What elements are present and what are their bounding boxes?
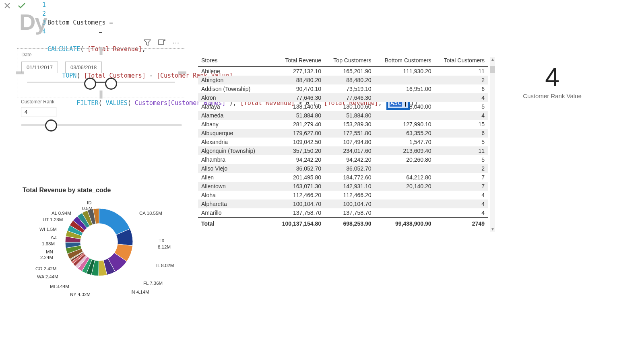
table-header[interactable]: Total Revenue bbox=[273, 55, 324, 66]
table-row[interactable]: Aliso Viejo36,052.7036,052.702 bbox=[198, 164, 488, 173]
donut-label: 0.5M bbox=[82, 206, 93, 211]
customer-rank-slicer[interactable]: Customer Rank 4 bbox=[21, 99, 182, 126]
table-row[interactable]: Amarillo137,758.70137,758.704 bbox=[198, 208, 488, 218]
chart-title: Total Revenue by state_code bbox=[23, 187, 192, 194]
table-row[interactable]: Allen201,495.80184,772.6064,212.807 bbox=[198, 173, 488, 182]
donut-label: FL 7.36M bbox=[143, 281, 163, 286]
donut-label: MI 3.44M bbox=[50, 284, 69, 289]
donut-svg bbox=[63, 206, 135, 278]
table-header[interactable]: Top Customers bbox=[324, 55, 374, 66]
table-row[interactable]: Alpharetta100,104.70100,104.704 bbox=[198, 200, 488, 208]
table-row[interactable]: Addison (Township)90,470.1073,519.1016,9… bbox=[198, 84, 488, 93]
table-header[interactable]: Bottom Customers bbox=[375, 55, 435, 66]
donut-label: CA 18.55M bbox=[139, 211, 162, 216]
scroll-thumb[interactable] bbox=[490, 66, 495, 73]
table-row[interactable]: Alameda51,884.8051,884.804 bbox=[198, 111, 488, 120]
scroll-down-icon[interactable]: ▼ bbox=[490, 227, 495, 232]
table-header[interactable]: Total Customers bbox=[435, 55, 488, 66]
customer-rank-card: 4 Customer Rank Value bbox=[508, 64, 597, 99]
table-row[interactable]: Aloha112,466.20112,466.204 bbox=[198, 191, 488, 200]
table-row[interactable]: Alhambra94,242.2094,242.2020,260.805 bbox=[198, 155, 488, 164]
stores-table[interactable]: StoresTotal RevenueTop CustomersBottom C… bbox=[198, 55, 488, 228]
donut-label: WI 1.5M bbox=[39, 227, 57, 232]
table-scrollbar[interactable]: ▲ ▼ bbox=[490, 57, 495, 232]
table-row[interactable]: Albany281,279.40153,289.30127,990.1015 bbox=[198, 120, 488, 129]
more-options-icon[interactable]: ··· bbox=[172, 39, 180, 47]
table-row[interactable]: Akron77,646.3077,646.304 bbox=[198, 93, 488, 102]
donut-label: CO 2.42M bbox=[35, 266, 56, 271]
revenue-by-state-donut[interactable]: Total Revenue by state_code CA 18.55MTX8… bbox=[23, 187, 192, 311]
rank-track[interactable] bbox=[21, 124, 182, 126]
visual-header-toolbar: ··· bbox=[143, 39, 180, 47]
slicer-title: Date bbox=[21, 52, 31, 58]
table-row[interactable]: Allentown163,071.30142,931.1020,140.207 bbox=[198, 182, 488, 191]
slicer-title: Customer Rank bbox=[21, 99, 182, 105]
selection-handle[interactable] bbox=[178, 72, 186, 74]
table-row[interactable]: Alexandria109,042.50107,494.801,547.705 bbox=[198, 138, 488, 146]
table-row[interactable]: Abington88,480.2088,480.202 bbox=[198, 76, 488, 84]
donut-label: AL 0.94M bbox=[52, 211, 71, 216]
table-header[interactable]: Stores bbox=[198, 55, 273, 66]
donut-label: TX bbox=[159, 238, 165, 243]
selection-handle[interactable] bbox=[100, 90, 103, 99]
donut-label: ID bbox=[87, 200, 92, 205]
table-total-cell: 2749 bbox=[435, 218, 488, 228]
date-range-thumb-end[interactable] bbox=[105, 78, 117, 90]
scroll-up-icon[interactable]: ▲ bbox=[490, 57, 495, 62]
donut-label: WA 2.44M bbox=[37, 274, 58, 279]
donut-label: 2.24M bbox=[40, 255, 53, 260]
date-range-track[interactable] bbox=[27, 82, 175, 83]
table-total-cell: 100,137,154.80 bbox=[273, 218, 324, 228]
donut-label: 8.12M bbox=[158, 245, 171, 249]
rank-thumb[interactable] bbox=[45, 119, 57, 132]
line-gutter: 1234 bbox=[39, 0, 46, 36]
donut-label: IL 8.02M bbox=[156, 263, 174, 268]
selection-handle[interactable] bbox=[100, 47, 103, 55]
date-to-input[interactable]: 03/06/2018 bbox=[65, 62, 102, 73]
table-total-cell: Total bbox=[198, 218, 273, 228]
commit-formula-button[interactable] bbox=[17, 1, 27, 10]
filter-icon[interactable] bbox=[143, 39, 151, 47]
cancel-formula-button[interactable] bbox=[2, 1, 12, 10]
formula-bar: Dy 1234 Bottom Customers = CALCULATE( [T… bbox=[0, 0, 644, 37]
card-value: 4 bbox=[508, 64, 597, 90]
donut-label: AZ bbox=[51, 235, 57, 240]
table-row[interactable]: Alafaya138,140.60130,100.608,040.005 bbox=[198, 102, 488, 111]
donut-label: UT 1.23M bbox=[43, 217, 63, 222]
rank-value-input[interactable]: 4 bbox=[21, 107, 56, 117]
table-total-cell: 698,253.90 bbox=[324, 218, 374, 228]
date-range-thumb-start[interactable] bbox=[84, 78, 96, 90]
date-from-input[interactable]: 01/11/2017 bbox=[21, 62, 58, 73]
focus-mode-icon[interactable] bbox=[158, 39, 166, 47]
donut-label: NY 4.02M bbox=[70, 292, 91, 297]
table-row[interactable]: Abilene277,132.10165,201.90111,930.2011 bbox=[198, 66, 488, 76]
table-total-cell: 99,438,900.90 bbox=[375, 218, 435, 228]
table-row[interactable]: Algonquin (Township)357,150.20234,017.60… bbox=[198, 146, 488, 155]
donut-label: IN 4.14M bbox=[130, 290, 149, 294]
svg-rect-0 bbox=[159, 40, 163, 45]
text-cursor-icon bbox=[100, 25, 101, 33]
donut-label: MN bbox=[46, 249, 53, 254]
card-label: Customer Rank Value bbox=[508, 93, 597, 99]
table-row[interactable]: Albuquerque179,627.00172,551.8063,355.20… bbox=[198, 129, 488, 138]
donut-label: 1.68M bbox=[42, 241, 55, 246]
date-slicer[interactable]: Date 01/11/2017 03/06/2018 bbox=[17, 48, 185, 97]
